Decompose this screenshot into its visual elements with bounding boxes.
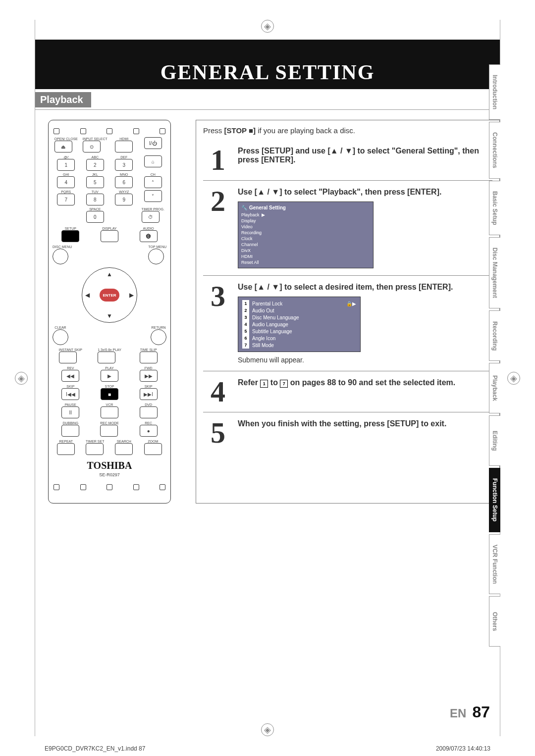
page-number: EN 87	[450, 703, 490, 721]
crop-mark-left: ◈	[15, 372, 28, 385]
btn-sat: ⌂	[144, 155, 162, 167]
play-icon: ▶	[262, 212, 265, 217]
tab-playback: Playback	[489, 363, 500, 413]
btn-display	[101, 230, 118, 242]
submenu-caption: Submenu will appear.	[238, 356, 492, 364]
btn-0: 0	[86, 211, 104, 223]
step-5-text: When you finish with the setting, press …	[238, 419, 446, 428]
model-number: SE-R0297	[53, 472, 166, 477]
step-3-num: 3	[203, 283, 233, 364]
btn-zoom	[144, 443, 162, 455]
btn-dubbing	[61, 425, 79, 437]
btn-play: ▶	[101, 370, 118, 382]
step-2: 2 Use [▲ / ▼] to select "Playback", then…	[203, 181, 492, 276]
steps-box: Press [STOP ■] if you are playing back a…	[196, 120, 500, 504]
side-tabs: Introduction Connections Basic Setup Dis…	[489, 64, 500, 647]
btn-pause: II	[61, 406, 79, 418]
step-5-num: 5	[203, 419, 233, 446]
btn-13x	[98, 352, 115, 363]
btn-clear	[53, 329, 68, 345]
btn-search	[115, 443, 133, 455]
step-2-num: 2	[203, 188, 233, 268]
playback-submenu: 1Parental Lock🔒▶ 2Audio Out 3Disc Menu L…	[238, 297, 361, 352]
btn-time-slip	[140, 352, 158, 363]
btn-input-select: ⊙	[83, 141, 101, 152]
tab-disc-management: Disc Management	[489, 237, 500, 308]
btn-rec: ●	[140, 425, 158, 437]
step-4: 4 Refer 1 to 7 on pages 88 to 90 and set…	[203, 371, 492, 412]
btn-ch-dn: ˅	[144, 190, 162, 202]
tab-editing: Editing	[489, 415, 500, 466]
print-footer: E9PG0CD_DVR7KC2_EN_v1.indd 87 2009/07/23…	[45, 745, 490, 752]
btn-3: 3	[115, 159, 133, 171]
btn-4: 4	[57, 176, 75, 188]
btn-open-close-label: OPEN/ CLOSE	[54, 137, 78, 141]
step-1-num: 1	[203, 147, 233, 173]
btn-2: 2	[86, 159, 104, 171]
tab-others: Others	[489, 596, 500, 647]
tab-recording: Recording	[489, 310, 500, 361]
remote-illustration: OPEN/ CLOSE⏏ INPUT SELECT⊙ HDMI I/⏻ .@/:…	[48, 120, 171, 504]
timestamp: 2009/07/23 14:40:13	[436, 745, 490, 752]
btn-rev: ◀◀	[61, 370, 79, 382]
intro-line: Press [STOP ■] if you are playing back a…	[203, 124, 492, 140]
btn-1: 1	[57, 159, 75, 171]
btn-power: I/⏻	[144, 137, 162, 149]
btn-8: 8	[86, 194, 104, 205]
btn-setup	[61, 230, 79, 242]
btn-hdmi-label: HDMI	[115, 137, 133, 141]
arrow-right-icon: ▶	[129, 292, 134, 299]
crop-mark-right: ◈	[507, 372, 520, 385]
btn-open-close: ⏏	[54, 141, 72, 152]
lock-play-icon: 🔒▶	[346, 301, 356, 306]
btn-9: 9	[115, 194, 133, 205]
page-title: GENERAL SETTING	[160, 60, 375, 84]
dpad: ▲ ▼ ◀ ▶ ENTER	[82, 267, 137, 323]
btn-input-select-label: INPUT SELECT	[83, 137, 107, 141]
step-3: 3 Use [▲ / ▼] to select a desired item, …	[203, 276, 492, 371]
step-3-text: Use [▲ / ▼] to select a desired item, th…	[238, 283, 453, 291]
btn-stop: ■	[101, 388, 118, 400]
btn-fwd: ▶▶	[140, 370, 158, 382]
btn-dvd	[140, 406, 158, 418]
step-5: 5 When you finish with the setting, pres…	[203, 412, 492, 453]
btn-audio: 🅒	[140, 230, 158, 242]
tab-connections: Connections	[489, 122, 500, 179]
btn-5: 5	[86, 176, 104, 188]
file-name: E9PG0CD_DVR7KC2_EN_v1.indd 87	[45, 745, 145, 752]
btn-skip-prev: I◀◀	[61, 388, 79, 400]
general-setting-menu: 🔧General Setting Playback▶ Display Video…	[238, 202, 374, 268]
btn-instant-skip	[59, 352, 77, 363]
btn-vcr	[101, 406, 118, 418]
arrow-down-icon: ▼	[107, 312, 112, 319]
remote-column: OPEN/ CLOSE⏏ INPUT SELECT⊙ HDMI I/⏻ .@/:…	[35, 120, 184, 504]
btn-timer: ⏱	[142, 211, 160, 223]
btn-rec-mode	[100, 425, 118, 437]
section-row: Playback	[35, 89, 500, 110]
arrow-up-icon: ▲	[107, 271, 112, 278]
step-1-text: Press [SETUP] and use [▲ / ▼] to select …	[238, 147, 479, 164]
btn-enter: ENTER	[100, 289, 119, 302]
btn-disc-menu	[53, 249, 68, 264]
title-bar: GENERAL SETTING	[35, 40, 500, 89]
section-title: Playback	[35, 92, 91, 107]
tab-vcr-function: VCR Function	[489, 534, 500, 594]
btn-7: 7	[57, 194, 75, 205]
btn-ch-up: ˄	[144, 176, 162, 188]
page-frame: GENERAL SETTING Playback OPEN/ CLOSE⏏ IN…	[35, 20, 500, 736]
tab-basic-setup: Basic Setup	[489, 181, 500, 236]
content-row: OPEN/ CLOSE⏏ INPUT SELECT⊙ HDMI I/⏻ .@/:…	[35, 110, 500, 504]
btn-timer-set	[86, 443, 104, 455]
step-2-text: Use [▲ / ▼] to select "Playback", then p…	[238, 188, 441, 196]
btn-top-menu	[148, 249, 164, 264]
arrow-left-icon: ◀	[85, 292, 90, 299]
btn-return	[151, 329, 166, 345]
step-1: 1 Press [SETUP] and use [▲ / ▼] to selec…	[203, 140, 492, 181]
tab-function-setup: Function Setup	[489, 468, 500, 532]
btn-skip-next: ▶▶I	[140, 388, 158, 400]
wrench-icon: 🔧	[241, 205, 247, 210]
brand-logo: TOSHIBA	[53, 460, 166, 471]
tab-introduction: Introduction	[489, 64, 500, 120]
btn-repeat	[57, 443, 75, 455]
btn-hdmi	[115, 141, 133, 152]
